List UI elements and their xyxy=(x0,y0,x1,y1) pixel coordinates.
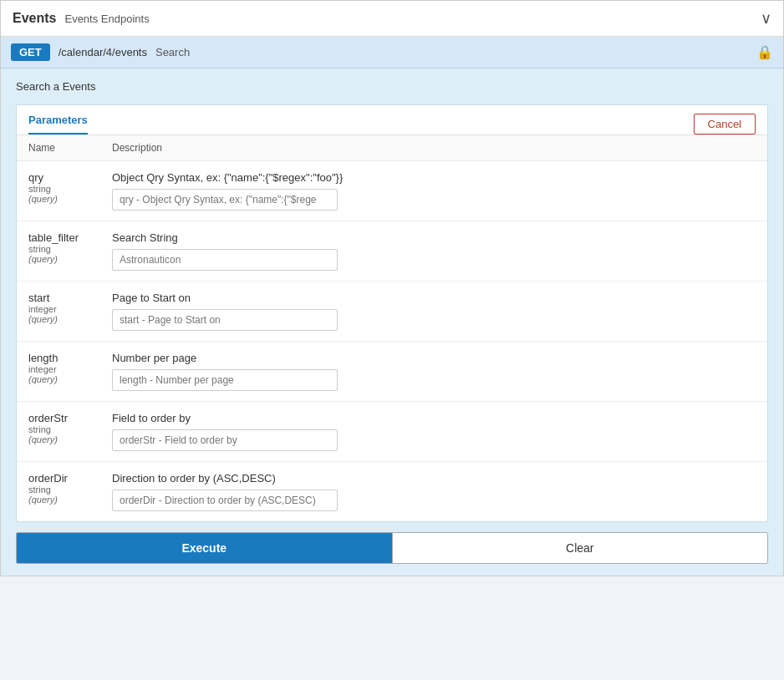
param-desc-orderDir: Direction to order by (ASC,DESC) xyxy=(112,472,756,485)
http-method-badge: GET xyxy=(11,43,50,61)
api-path: /calendar/4/events xyxy=(59,46,147,58)
param-name-orderDir: orderDir xyxy=(28,472,100,485)
tab-parameters[interactable]: Parameters xyxy=(28,114,88,134)
param-name-orderStr: orderStr xyxy=(28,412,100,424)
section-title: Search a Events xyxy=(16,80,768,93)
table-row: orderStrstring(query)Field to order by xyxy=(17,402,767,462)
param-left-qry: qrystring(query) xyxy=(28,171,100,204)
param-right-table_filter: Search String xyxy=(112,231,756,271)
param-input-start[interactable] xyxy=(112,309,338,331)
param-left-length: lengthinteger(query) xyxy=(28,352,100,384)
header-bar: Events Events Endpoints ∨ xyxy=(1,1,783,37)
param-input-qry[interactable] xyxy=(112,189,338,211)
main-container: Events Events Endpoints ∨ GET /calendar/… xyxy=(0,0,784,576)
header-left: Events Events Endpoints xyxy=(13,11,150,26)
param-right-orderStr: Field to order by xyxy=(112,412,756,451)
bottom-bar: Execute Clear xyxy=(16,532,768,564)
main-content: Search a Events Parameters Cancel Name D… xyxy=(1,69,783,576)
param-name-length: length xyxy=(28,352,100,364)
param-right-qry: Object Qry Syntax, ex: {"name":{"$regex"… xyxy=(112,171,756,211)
param-left-table_filter: table_filterstring(query) xyxy=(28,231,100,264)
param-desc-orderStr: Field to order by xyxy=(112,412,756,424)
param-desc-table_filter: Search String xyxy=(112,231,756,244)
param-right-length: Number per page xyxy=(112,352,756,391)
table-row: qrystring(query)Object Qry Syntax, ex: {… xyxy=(17,161,767,221)
table-row: lengthinteger(query)Number per page xyxy=(17,342,767,402)
param-desc-qry: Object Qry Syntax, ex: {"name":{"$regex"… xyxy=(112,171,756,184)
col-name-header: Name xyxy=(28,142,112,154)
param-input-orderStr[interactable] xyxy=(112,429,338,451)
param-left-start: startinteger(query) xyxy=(28,292,100,324)
param-type-start: integer xyxy=(28,304,100,314)
param-name-qry: qry xyxy=(28,171,100,184)
param-location-table_filter: (query) xyxy=(28,254,100,264)
column-headers: Name Description xyxy=(17,135,767,161)
clear-button[interactable]: Clear xyxy=(392,533,768,563)
param-left-orderStr: orderStrstring(query) xyxy=(28,412,100,444)
params-header: Parameters Cancel xyxy=(17,105,767,135)
params-panel: Parameters Cancel Name Description qryst… xyxy=(16,104,768,522)
param-left-orderDir: orderDirstring(query) xyxy=(28,472,100,505)
param-desc-length: Number per page xyxy=(112,352,756,364)
execute-button[interactable]: Execute xyxy=(17,533,392,563)
param-type-qry: string xyxy=(28,184,100,194)
search-label: Search xyxy=(155,46,190,58)
page-subtitle: Events Endpoints xyxy=(64,13,149,25)
param-input-length[interactable] xyxy=(112,369,338,391)
param-name-start: start xyxy=(28,292,100,304)
lock-icon: 🔒 xyxy=(756,44,773,60)
param-location-start: (query) xyxy=(28,314,100,324)
param-location-length: (query) xyxy=(28,374,100,384)
param-location-qry: (query) xyxy=(28,194,100,204)
table-row: startinteger(query)Page to Start on xyxy=(17,282,767,342)
param-input-orderDir[interactable] xyxy=(112,490,338,511)
table-row: table_filterstring(query)Search String xyxy=(17,221,767,282)
col-desc-header: Description xyxy=(112,142,162,154)
table-row: orderDirstring(query)Direction to order … xyxy=(17,462,767,521)
param-right-start: Page to Start on xyxy=(112,292,756,331)
param-right-orderDir: Direction to order by (ASC,DESC) xyxy=(112,472,756,511)
get-bar: GET /calendar/4/events Search 🔒 xyxy=(1,37,783,69)
param-rows-container: qrystring(query)Object Qry Syntax, ex: {… xyxy=(17,161,767,521)
param-input-table_filter[interactable] xyxy=(112,249,338,271)
param-location-orderStr: (query) xyxy=(28,434,100,444)
param-type-table_filter: string xyxy=(28,244,100,254)
collapse-icon[interactable]: ∨ xyxy=(761,9,771,28)
cancel-button[interactable]: Cancel xyxy=(694,114,756,134)
param-desc-start: Page to Start on xyxy=(112,292,756,304)
param-type-orderStr: string xyxy=(28,424,100,434)
param-name-table_filter: table_filter xyxy=(28,231,100,244)
page-title: Events xyxy=(13,11,56,26)
param-location-orderDir: (query) xyxy=(28,495,100,505)
param-type-orderDir: string xyxy=(28,485,100,495)
param-type-length: integer xyxy=(28,364,100,374)
